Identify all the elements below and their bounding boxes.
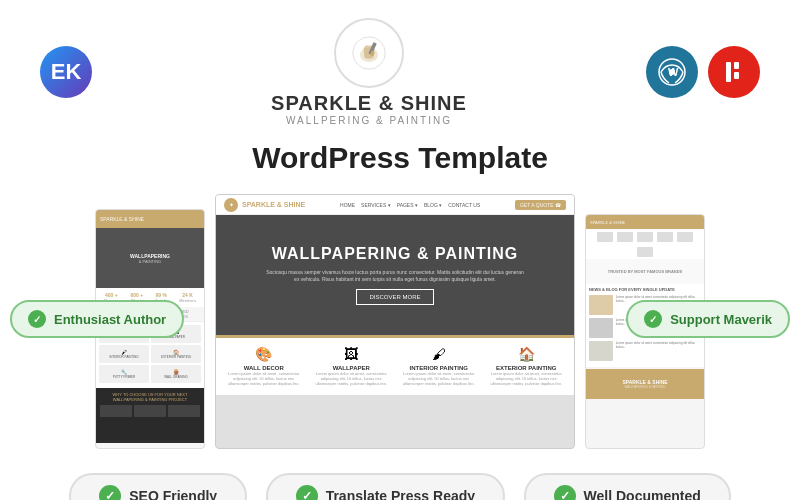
nav-links: HOME SERVICES ▾ PAGES ▾ BLOG ▾ CONTACT U…: [340, 202, 480, 208]
seo-check-icon: ✓: [99, 485, 121, 500]
service-putty: 🔧 PUTTY PRIMER: [99, 365, 149, 383]
brand-icon-left: EK: [40, 46, 92, 98]
ss-right-footer: SPARKLE & SHINE WALLPAPERING & PAINTING: [586, 369, 704, 399]
translate-press-badge: ✓ Translate Press Ready: [266, 473, 505, 500]
ss-left-hero: WALLPAPERING & PAINTING: [96, 228, 204, 288]
news-image-1: [589, 295, 613, 315]
wp-logo: W: [657, 57, 687, 87]
bottom-badges-row: ✓ SEO Friendly ✓ Translate Press Ready ✓…: [0, 457, 800, 500]
wall-decor-icon: 🎨: [255, 346, 272, 362]
nav-brand-name: SPARKLE & SHINE: [242, 201, 305, 208]
svg-rect-9: [734, 72, 739, 79]
center-navbar: ✦ SPARKLE & SHINE HOME SERVICES ▾ PAGES …: [216, 195, 574, 215]
nav-home: HOME: [340, 202, 355, 208]
wallpaper-icon: 🖼: [344, 346, 358, 362]
nav-pages: PAGES ▾: [397, 202, 418, 208]
badge-check-icon: ✓: [28, 310, 46, 328]
screenshot-center: ✦ SPARKLE & SHINE HOME SERVICES ▾ PAGES …: [215, 194, 575, 449]
top-right-icons: W: [646, 46, 760, 98]
content-area: ✓ Enthusiast Author ✓ Support Maverik SP…: [0, 189, 800, 449]
news-image-3: [589, 341, 613, 361]
ss-right-nav: SPARKLE & SHINE: [586, 215, 704, 229]
feature-interior-desc: Lorem ipsum dolor sit amet, consectetur …: [399, 371, 479, 387]
ss-right-brand-logos: [586, 229, 704, 259]
nav-blog: BLOG ▾: [424, 202, 442, 208]
main-container: EK SPARKLE & SHINE WALLPERING & PAINTING: [0, 0, 800, 500]
logo-circle: [334, 18, 404, 88]
feature-interior: 🖌 INTERIOR PAINTING Lorem ipsum dolor si…: [399, 346, 479, 387]
brand-logo-3: [637, 232, 653, 242]
logo-subtitle: WALLPERING & PAINTING: [286, 115, 452, 126]
logo-title: SPARKLE & SHINE: [271, 92, 467, 115]
news-section-title: NEWS & BLOG FOR EVERY SINGLE UPDATE: [589, 287, 701, 292]
feature-wallpaper-desc: Lorem ipsum dolor sit amet, consectetur …: [311, 371, 391, 387]
nav-brand-area: ✦ SPARKLE & SHINE: [224, 198, 305, 212]
hero-title: WALLPAPERING & PAINTING: [272, 245, 518, 263]
ss-right-trust-label: TRUSTED BY MOST FAMOUS BRANDS: [586, 259, 704, 284]
nav-services: SERVICES ▾: [361, 202, 391, 208]
center-hero: WALLPAPERING & PAINTING Sociosqu massa s…: [216, 215, 574, 335]
svg-rect-7: [726, 62, 731, 82]
service-exterior: 🏠 EXTERIOR PAINTING: [151, 345, 201, 363]
service-interior: 🖌 INTERIOR PAINTING: [99, 345, 149, 363]
news-image-2: [589, 318, 613, 338]
badge-right-label: Support Maverik: [670, 312, 772, 327]
feature-exterior: 🏠 EXTERIOR PAINTING Lorem ipsum dolor si…: [486, 346, 566, 387]
elementor-icon: [708, 46, 760, 98]
news-text-3: Lorem ipsum dolor sit amet consectetur a…: [616, 341, 701, 361]
news-item-3: Lorem ipsum dolor sit amet consectetur a…: [589, 341, 701, 361]
hero-description: Sociosqu massa semper vivamus fusce luct…: [265, 269, 525, 283]
page-title: WordPress Template: [0, 141, 800, 175]
svg-rect-8: [734, 62, 739, 69]
translate-label: Translate Press Ready: [326, 488, 475, 500]
translate-check-icon: ✓: [296, 485, 318, 500]
feature-exterior-desc: Lorem ipsum dolor sit amet, consectetur …: [486, 371, 566, 387]
service-row-2: 🖌 INTERIOR PAINTING 🏠 EXTERIOR PAINTING: [99, 345, 201, 363]
center-features: 🎨 WALL DECOR Lorem ipsum dolor sit amet,…: [216, 335, 574, 395]
exterior-icon: 🏠: [518, 346, 535, 362]
interior-icon: 🖌: [432, 346, 446, 362]
seo-label: SEO Friendly: [129, 488, 217, 500]
brand-logo-2: [617, 232, 633, 242]
documented-check-icon: ✓: [554, 485, 576, 500]
service-row-3: 🔧 PUTTY PRIMER 🪵 WALL GRAINING: [99, 365, 201, 383]
top-icons-row: EK SPARKLE & SHINE WALLPERING & PAINTING: [0, 0, 800, 136]
service-graining: 🪵 WALL GRAINING: [151, 365, 201, 383]
support-maverik-badge: ✓ Support Maverik: [626, 300, 790, 338]
ss-left-dark-section: WHY TO CHOOSE US FOR YOUR NEXT WALLPAPER…: [96, 388, 204, 443]
enthusiast-author-badge: ✓ Enthusiast Author: [10, 300, 184, 338]
badge-left-label: Enthusiast Author: [54, 312, 166, 327]
discover-more-button[interactable]: DISCOVER MORE: [356, 289, 433, 305]
trust-text: TRUSTED BY MOST FAMOUS BRANDS: [608, 269, 683, 274]
paint-brush-icon: [351, 35, 387, 71]
ss-left-nav: SPARKLE & SHINE: [96, 210, 204, 228]
footer-tagline: WALLPAPERING & PAINTING: [625, 385, 666, 389]
elementor-logo: [720, 58, 748, 86]
brand-logo-4: [657, 232, 673, 242]
wordpress-icon: W: [646, 46, 698, 98]
stat-24: 24 K Members: [179, 292, 196, 303]
brand-logo-5: [677, 232, 693, 242]
well-documented-badge: ✓ Well Documented: [524, 473, 731, 500]
seo-friendly-badge: ✓ SEO Friendly: [69, 473, 247, 500]
svg-text:W: W: [668, 66, 679, 78]
badge-check-icon-right: ✓: [644, 310, 662, 328]
nav-cta-button[interactable]: GET A QUOTE ☎: [515, 200, 566, 210]
feature-wall-decor-desc: Lorem ipsum dolor sit amet, consectetur …: [224, 371, 304, 387]
center-logo: SPARKLE & SHINE WALLPERING & PAINTING: [271, 18, 467, 126]
feature-wall-decor: 🎨 WALL DECOR Lorem ipsum dolor sit amet,…: [224, 346, 304, 387]
brand-logo-1: [597, 232, 613, 242]
nav-logo-circle: ✦: [224, 198, 238, 212]
documented-label: Well Documented: [584, 488, 701, 500]
nav-contact: CONTACT US: [448, 202, 480, 208]
brand-logo-6: [637, 247, 653, 257]
feature-wallpaper: 🖼 WALLPAPER Lorem ipsum dolor sit amet, …: [311, 346, 391, 387]
